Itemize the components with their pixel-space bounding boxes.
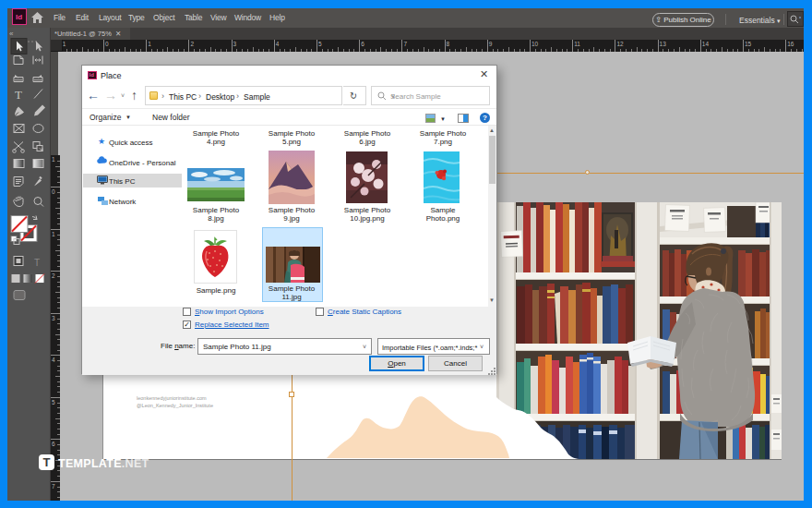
svg-text:T: T — [34, 258, 40, 268]
svg-text:T: T — [15, 88, 22, 102]
